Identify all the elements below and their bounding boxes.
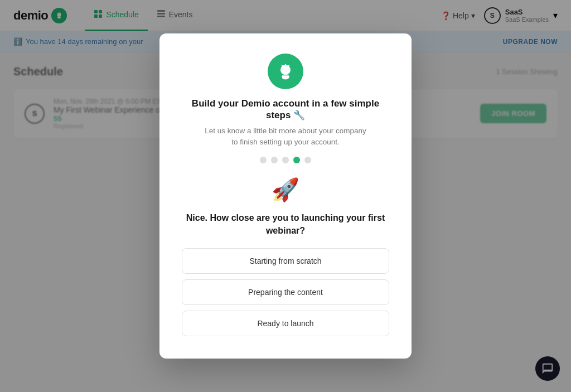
rocket-area: 🚀 xyxy=(272,177,299,203)
svg-point-11 xyxy=(280,65,291,75)
options-list: Starting from scratch Preparing the cont… xyxy=(182,248,389,336)
step-dot-5 xyxy=(304,157,311,163)
step-dot-3 xyxy=(282,157,289,163)
question-text: Nice. How close are you to launching you… xyxy=(182,212,389,237)
step-dot-1 xyxy=(260,157,267,163)
option-starting-scratch[interactable]: Starting from scratch xyxy=(182,248,389,274)
modal-logo xyxy=(268,54,303,89)
step-dot-4 xyxy=(293,157,300,163)
option-ready-launch[interactable]: Ready to launch xyxy=(182,311,389,336)
option-preparing-content[interactable]: Preparing the content xyxy=(182,279,389,305)
modal-title: Build your Demio account in a few simple… xyxy=(182,98,389,121)
onboarding-modal: Build your Demio account in a few simple… xyxy=(159,33,412,359)
modal-overlay: Build your Demio account in a few simple… xyxy=(0,0,571,392)
modal-subtitle: Let us know a little bit more about your… xyxy=(205,125,366,148)
step-dots xyxy=(260,157,311,163)
step-dot-2 xyxy=(271,157,278,163)
svg-rect-12 xyxy=(285,64,286,66)
rocket-icon: 🚀 xyxy=(272,177,299,202)
